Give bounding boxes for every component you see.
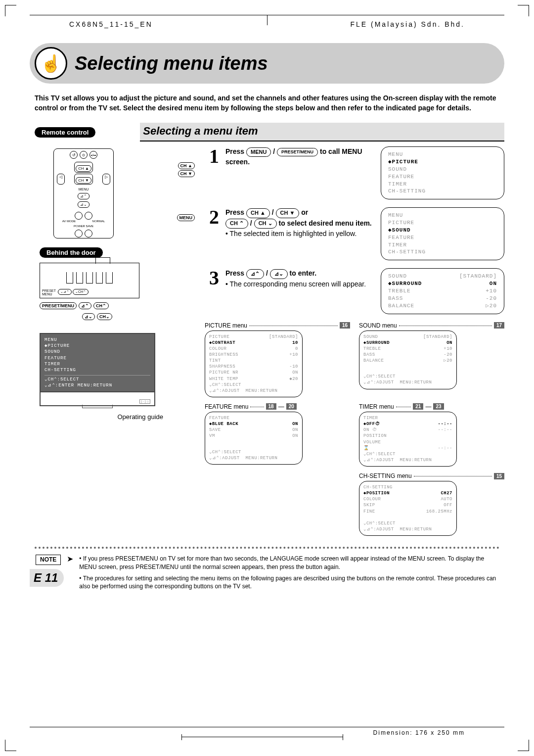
osd-feature: FEATURE ◆BLUE BACKON SAVEON VMON ⌄CH⌃:SE…: [205, 412, 303, 465]
osd-menu-1: MENU ◆PICTURE SOUND FEATURE TIMER CH-SET…: [381, 146, 504, 199]
step-2-num: 2: [208, 208, 221, 226]
rc-av: [75, 212, 83, 220]
leader-menu: MENU: [177, 214, 195, 221]
page-ref: 20: [286, 403, 297, 410]
osd-menu-2: MENU PICTURE ◆SOUND FEATURE TIMER CH-SET…: [381, 207, 504, 260]
doc-code: CX68N5_11-15_EN: [69, 20, 153, 28]
rc-vol-dn: ◁: [57, 174, 65, 185]
step-3-post: to enter.: [290, 269, 316, 277]
panel-adj-down: ⊿⌄: [82, 313, 95, 320]
note-2: The procedures for setting and selecting…: [79, 575, 496, 590]
rc-av-label: AV MODE: [62, 220, 76, 223]
step-3-pre: Press: [225, 269, 246, 277]
page-ref: 23: [433, 403, 444, 410]
rc-power-label: POWER SAVE: [54, 225, 113, 228]
menu-button-label: MENU: [246, 147, 271, 157]
leader-ch-down: CH ▼: [178, 170, 195, 177]
tv-osd-item: SOUND: [44, 349, 150, 355]
page-number: E 11: [30, 569, 64, 587]
note-1: If you press PRESET/MENU on TV set for m…: [79, 555, 484, 570]
page-ref: 17: [494, 322, 504, 329]
rc-ch-up: CH ▲: [76, 165, 91, 172]
remote-control-pill: Remote control: [35, 127, 95, 138]
step-2-sub: • The selected item is highlighted in ye…: [225, 229, 376, 238]
rc-power: [75, 230, 83, 237]
timer-menu-caption: TIMER menu: [359, 403, 394, 410]
remote-illustration: ↺0•/•• CH ▲ ◁ CH ▼ ▷ MENU ⊿⌃ ⊿⌄ AV MODEN…: [53, 148, 114, 238]
page-ref: 16: [340, 322, 350, 329]
step-2-mid: /: [272, 208, 276, 216]
panel-ch-up: CH⌃: [93, 302, 109, 309]
rc-adj-up: ⊿⌃: [78, 193, 89, 199]
osd-chsetting: CH-SETTING ◆POSITIONCH27 COLOURAUTO SKIP…: [359, 481, 457, 536]
ch-up-button-label: CH ▲: [246, 208, 270, 218]
page-title: Selecting menu items: [75, 53, 268, 74]
dotted-divider: [35, 547, 499, 549]
behind-door-pill: Behind the door: [40, 247, 103, 258]
tv-illustration: MENU ◆PICTURE SOUND FEATURE TIMER CH-SET…: [40, 333, 155, 406]
rc-adj-dn: ⊿⌄: [78, 201, 89, 208]
step-2-pre: Press: [225, 208, 246, 216]
leader-ch-up: CH ▲: [178, 162, 195, 169]
page-ref: 15: [494, 473, 504, 479]
preset-menu-button-label: PRESET/MENU: [277, 148, 318, 156]
panel-adj-dn: ⌄⊿⌃: [58, 289, 72, 295]
panel-adj-up: ⊿⌃: [79, 302, 91, 309]
step-3-sub: • The corresponding menu screen will app…: [225, 279, 376, 289]
step-2-post: or: [301, 208, 308, 216]
step-3-mid: /: [266, 269, 270, 277]
step-2-post2: to select desired menu item.: [278, 219, 371, 227]
osd-sound: SOUND[STANDARD] ◆SURROUNDON TREBLE+10 BA…: [381, 268, 504, 314]
osd-picture: PICTURE[STANDARD] ◆CONTRAST10 COLOUR0 BR…: [205, 331, 303, 397]
crop-mark: [518, 5, 529, 16]
crop-mark: [5, 740, 16, 751]
rc-btn: •/••: [89, 151, 97, 159]
ch-up-alt-label: CH ⌃: [225, 219, 248, 229]
sound-menu-caption: SOUND menu: [359, 322, 397, 329]
step-3-num: 3: [208, 269, 221, 287]
osd-sound-small: SOUND[STANDARD] ◆SURROUNDON TREBLE+10 BA…: [359, 331, 457, 389]
adj-down-button-label: ⊿⌄: [270, 269, 288, 279]
page-ref: 18: [266, 403, 276, 410]
osd-timer: TIMER ◆OFF⏱--:-- ON ⏱--:-- POSITION VOLU…: [359, 412, 457, 467]
rc-btn-0: 0: [80, 151, 88, 159]
arrow-icon: ➤: [67, 554, 73, 591]
rc-normal: [85, 212, 92, 220]
page-ref: 21: [413, 403, 423, 410]
tv-osd-item: TIMER: [44, 361, 150, 367]
tv-osd-item: ◆PICTURE: [44, 343, 150, 349]
ch-down-alt-label: CH ⌄: [254, 219, 277, 229]
rc-menu-label: MENU: [54, 188, 113, 191]
dimension-label: Dimension: 176 x 250 mm: [373, 729, 465, 736]
rc-btn: ↺: [70, 151, 78, 159]
crop-mark: [518, 740, 529, 751]
section-subtitle: Selecting a menu item: [140, 123, 504, 142]
step-1-mid: /: [273, 147, 277, 155]
hand-icon: ☝: [35, 47, 67, 80]
note-label: NOTE: [36, 555, 61, 565]
ch-down-button-label: CH ▼: [276, 208, 300, 218]
adj-up-button-label: ⊿⌃: [246, 269, 264, 279]
crop-mark: [5, 5, 16, 16]
tv-osd-foot2: ⌄⊿⌃:ENTER MENU:RETURN: [44, 382, 150, 388]
chsetting-menu-caption: CH-SETTING menu: [359, 472, 412, 479]
tv-osd-item: CH-SETTING: [44, 367, 150, 373]
picture-menu-caption: PICTURE menu: [205, 322, 247, 329]
tv-osd-item: FEATURE: [44, 355, 150, 361]
intro-text: This TV set allows you to adjust the pic…: [30, 94, 504, 123]
operating-guide-label: Operating guide: [40, 413, 168, 421]
page-title-band: ☝ Selecting menu items: [30, 43, 504, 84]
tv-osd-foot1: ⌄CH⌃:SELECT: [44, 375, 150, 382]
panel-preset-menu: PRESET/MENU: [40, 302, 77, 309]
panel-ch: ⌄CH⌃: [73, 289, 89, 295]
step-1-num: 1: [208, 147, 221, 165]
feature-menu-caption: FEATURE menu: [205, 403, 248, 410]
rc-misc: [85, 230, 92, 237]
rc-normal-label: NORMAL: [92, 220, 105, 223]
step-1-pre: Press: [225, 147, 246, 155]
tv-osd-title: MENU: [44, 337, 150, 343]
panel-ch-down: CH⌄: [97, 313, 112, 320]
company-name: FLE (Malaysia) Sdn. Bhd.: [350, 20, 465, 28]
rc-vol-up: ▷: [102, 174, 110, 185]
rc-ch-down: CH ▼: [76, 177, 91, 184]
